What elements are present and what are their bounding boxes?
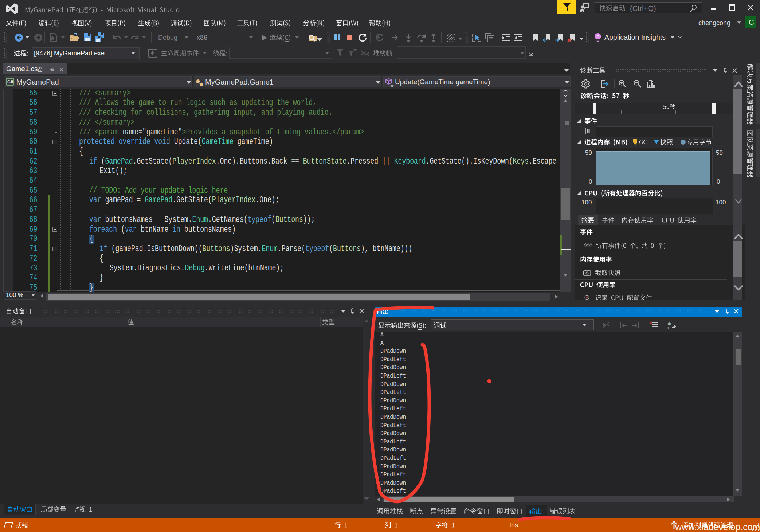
svg-text:c: c bbox=[667, 325, 669, 329]
